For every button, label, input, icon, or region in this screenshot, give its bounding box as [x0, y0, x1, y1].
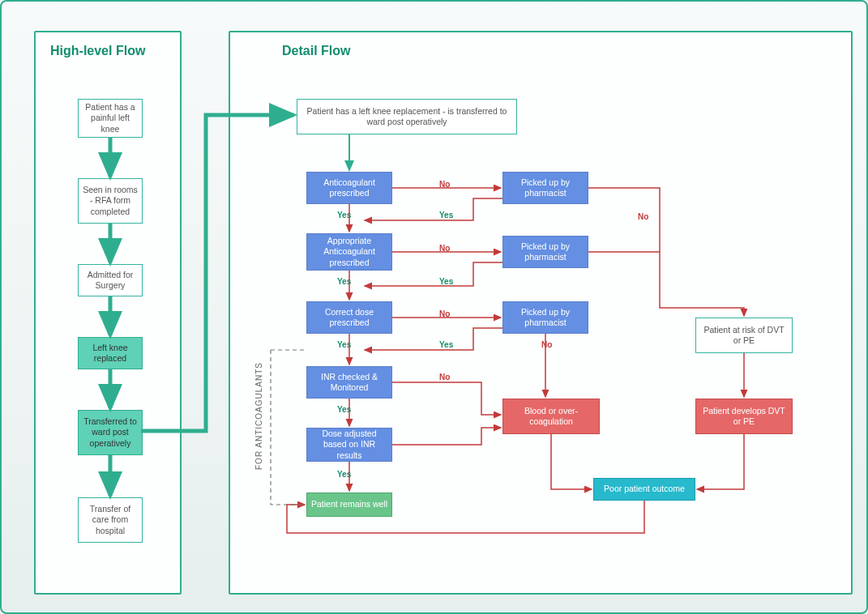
d3-correct-dose: Correct dose prescribed	[306, 301, 392, 334]
hl-step-3: Admitted for Surgery	[78, 264, 143, 296]
detail-panel: Detail Flow Patient has a left knee repl…	[229, 31, 853, 595]
lbl-d4-no: No	[439, 373, 450, 382]
lbl-d1-yes: Yes	[337, 211, 351, 220]
lbl-p3-no: No	[541, 340, 552, 349]
lbl-p1-no: No	[638, 212, 648, 221]
p3-pharmacist: Picked up by pharmacist	[502, 301, 588, 334]
diagram-canvas: High-level Flow Patient has a painful le…	[0, 0, 868, 614]
d2-appropriate-anticoag: Appropriate Anticoagulant prescribed	[306, 233, 392, 271]
p2-pharmacist: Picked up by pharmacist	[502, 236, 588, 268]
hl-step-5: Transferred to ward post operatively	[78, 410, 143, 455]
risk-dvt-pe: Patient at risk of DVT or PE	[695, 318, 793, 353]
hl-step-2: Seen in rooms - RFA form completed	[78, 178, 143, 224]
blood-overcoag: Blood or over-coagulation	[502, 399, 600, 434]
p1-pharmacist: Picked up by pharmacist	[502, 172, 588, 204]
lbl-p3-yes: Yes	[439, 340, 453, 349]
hl-step-4: Left knee replaced	[78, 337, 143, 369]
hl-step-6: Transfer of care from hospital	[78, 497, 143, 543]
detail-arrows	[230, 32, 473, 154]
lbl-d4-yes: Yes	[337, 405, 351, 414]
d5-dose-adjusted: Dose adjusted based on INR results	[306, 428, 392, 462]
patient-well: Patient remains well	[306, 492, 392, 517]
lbl-d3-yes: Yes	[337, 340, 351, 349]
lbl-d3-no: No	[439, 309, 450, 318]
high-level-title: High-level Flow	[50, 44, 145, 58]
hl-step-1: Patient has a painful left knee	[78, 99, 143, 138]
d4-inr-checked: INR checked & Monitored	[306, 366, 392, 399]
lbl-p2-yes: Yes	[439, 277, 453, 286]
d1-anticoag-prescribed: Anticoagulant prescribed	[306, 172, 392, 204]
poor-outcome: Poor patient outcome	[593, 478, 695, 501]
high-level-panel: High-level Flow Patient has a painful le…	[34, 31, 182, 595]
lbl-p1-yes: Yes	[439, 211, 453, 220]
side-label-anticoag: FOR ANTICOAGULANTS	[254, 332, 263, 470]
develops-dvt-pe: Patient develops DVT or PE	[695, 399, 793, 434]
detail-start: Patient has a left knee replacement - is…	[297, 99, 517, 134]
lbl-d2-yes: Yes	[337, 277, 351, 286]
lbl-d5-yes: Yes	[337, 470, 351, 479]
detail-title: Detail Flow	[282, 44, 350, 58]
lbl-d2-no: No	[439, 244, 450, 253]
lbl-d1-no: No	[439, 180, 450, 189]
